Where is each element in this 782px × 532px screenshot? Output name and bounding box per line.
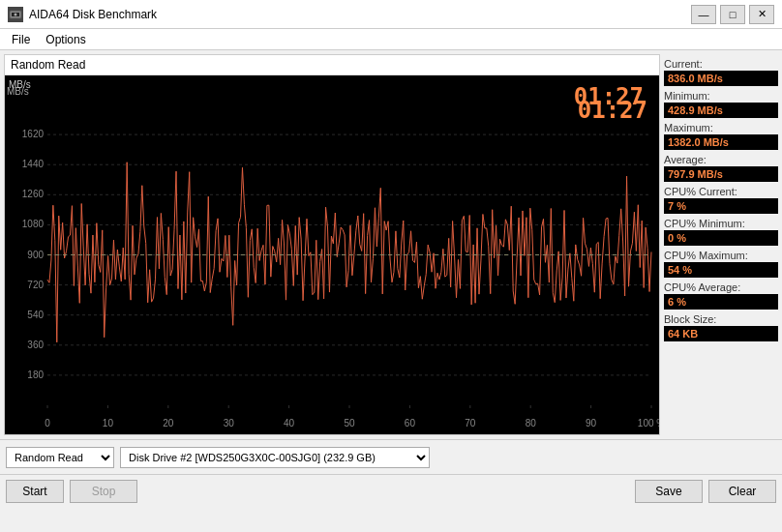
stat-minimum: Minimum: 428.9 MB/s <box>664 90 778 118</box>
cpu-maximum-label: CPU% Maximum: <box>664 250 778 261</box>
start-button[interactable]: Start <box>6 480 64 503</box>
cpu-average-label: CPU% Average: <box>664 281 778 293</box>
window-title: AIDA64 Disk Benchmark <box>29 8 691 21</box>
cpu-minimum-label: CPU% Minimum: <box>664 218 778 229</box>
minimize-button[interactable]: — <box>691 5 716 24</box>
cpu-maximum-value: 54 % <box>664 262 778 278</box>
cpu-current-label: CPU% Current: <box>664 186 778 197</box>
minimum-label: Minimum: <box>664 90 778 102</box>
stat-cpu-average: CPU% Average: 6 % <box>664 281 778 310</box>
stat-cpu-maximum: CPU% Maximum: 54 % <box>664 250 778 278</box>
cpu-average-value: 6 % <box>664 294 778 310</box>
maximum-label: Maximum: <box>664 122 778 133</box>
menu-options[interactable]: Options <box>38 31 93 48</box>
cpu-minimum-value: 0 % <box>664 230 778 246</box>
chart-area: Random Read MB/s 01:27 <box>4 54 660 435</box>
stat-maximum: Maximum: 1382.0 MB/s <box>664 122 778 150</box>
stop-button[interactable]: Stop <box>70 480 137 503</box>
cpu-current-value: 7 % <box>664 198 778 214</box>
save-button[interactable]: Save <box>635 480 703 503</box>
app-icon <box>8 7 23 22</box>
controls-row: Random Read Sequential Read Random Write… <box>0 439 782 474</box>
svg-point-2 <box>15 13 17 15</box>
maximize-button[interactable]: □ <box>720 5 745 24</box>
close-button[interactable]: ✕ <box>749 5 774 24</box>
window-controls: — □ ✕ <box>691 5 774 24</box>
title-bar: AIDA64 Disk Benchmark — □ ✕ <box>0 0 782 29</box>
bottom-bar: Start Stop Save Clear <box>0 474 782 507</box>
side-panel: Current: 836.0 MB/s Minimum: 428.9 MB/s … <box>664 54 778 435</box>
timer-display: 01:27 <box>574 83 644 110</box>
main-area: Random Read MB/s 01:27 Current: 836.0 MB… <box>0 50 782 439</box>
block-size-value: 64 KB <box>664 326 778 341</box>
clear-button[interactable]: Clear <box>708 480 776 503</box>
block-size-label: Block Size: <box>664 313 778 325</box>
minimum-value: 428.9 MB/s <box>664 103 778 118</box>
y-axis-label: MB/s <box>9 79 31 90</box>
disk-chart-canvas <box>5 75 659 434</box>
current-value: 836.0 MB/s <box>664 71 778 86</box>
stat-block-size: Block Size: 64 KB <box>664 313 778 341</box>
stat-average: Average: 797.9 MB/s <box>664 154 778 182</box>
stat-current: Current: 836.0 MB/s <box>664 58 778 86</box>
menu-file[interactable]: File <box>4 31 38 48</box>
current-label: Current: <box>664 58 778 70</box>
disk-select-dropdown[interactable]: Disk Drive #2 [WDS250G3X0C-00SJG0] (232.… <box>120 447 430 468</box>
average-value: 797.9 MB/s <box>664 166 778 182</box>
menu-bar: File Options <box>0 29 782 50</box>
stat-cpu-minimum: CPU% Minimum: 0 % <box>664 218 778 246</box>
chart-label: Random Read <box>5 55 659 75</box>
benchmark-type-dropdown[interactable]: Random Read Sequential Read Random Write… <box>6 447 114 468</box>
chart-inner: MB/s 01:27 <box>5 75 659 434</box>
maximum-value: 1382.0 MB/s <box>664 134 778 150</box>
stat-cpu-current: CPU% Current: 7 % <box>664 186 778 214</box>
average-label: Average: <box>664 154 778 165</box>
